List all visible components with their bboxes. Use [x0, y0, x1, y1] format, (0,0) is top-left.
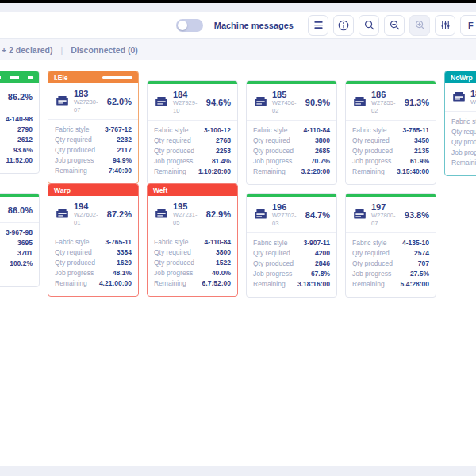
search-button[interactable]	[359, 15, 379, 36]
machine-efficiency: 93.8%	[405, 210, 429, 220]
stat-row: Remaining 3.2:20:00	[253, 167, 330, 177]
info-icon	[337, 19, 350, 32]
stat-row: Qty required 2768	[154, 136, 231, 146]
stat-label: Qty required	[154, 136, 191, 146]
machine-id: W27702-03	[272, 212, 301, 228]
stat-label: Job progress	[154, 156, 193, 167]
zoom-out-button[interactable]	[384, 15, 405, 36]
zoom-in-button[interactable]	[409, 15, 430, 36]
stat-value: 3-765-11	[105, 237, 132, 248]
card-status-label: Warp	[54, 186, 71, 194]
card-top: 183 W27230-07 62.0%	[48, 83, 138, 119]
stat-value: 3695	[17, 238, 33, 248]
stat-row: Remaining 6.7:52:00	[154, 278, 231, 289]
stat-row: Fabric style 3-765-11	[55, 237, 132, 248]
card-stats: Fabric style 3-765-11 Qty required 3384 …	[48, 232, 138, 296]
card-status-label: Weft	[153, 186, 167, 194]
rows-layout-icon	[313, 19, 324, 31]
machine-number: 186	[371, 90, 401, 99]
stat-value: 4-140-98	[6, 114, 33, 125]
machine-ident: 187 W27	[470, 89, 476, 106]
card-stats: Fabric style Qty required Qty produced J…	[445, 111, 476, 175]
stat-value: 4-135-10	[402, 238, 429, 248]
filters-button[interactable]	[435, 15, 455, 36]
tab-connected-partial[interactable]: + 2 declared)	[2, 45, 53, 55]
machine-efficiency: 86.0%	[8, 205, 33, 215]
card-top: 196 W27702-03 84.7%	[247, 197, 336, 232]
machine-card[interactable]: 196 W27702-03 84.7% Fabric style 3-907-1…	[246, 193, 337, 298]
machine-card[interactable]: Weft 195 W27231-05 82.9% Fabric style 4-…	[147, 183, 238, 297]
stat-label: Fabric style	[253, 238, 287, 248]
machine-card[interactable]: 184 W27929-10 94.6% Fabric style 3-100-1…	[147, 80, 238, 185]
machine-card[interactable]: 86.2% Fabric style 4-140-98 Qty required…	[0, 71, 40, 174]
machine-card[interactable]: 86.0% Fabric style 3-967-98 Qty required…	[0, 193, 40, 287]
stat-row: Remaining 1.10:20:00	[154, 167, 231, 177]
tab-disconnected[interactable]: Disconnected (0)	[71, 45, 138, 55]
stat-row: Fabric style 3-100-12	[154, 125, 231, 136]
stat-row: Fabric style 3-767-12	[55, 125, 132, 135]
stat-label: Fabric style	[352, 238, 386, 248]
stat-row: Job progress 61.9%	[352, 156, 429, 167]
card-status-header: NoWrp	[445, 71, 476, 83]
machine-efficiency: 87.2%	[107, 209, 132, 219]
stat-row: Remaining 3.18:16:00	[253, 279, 330, 290]
machine-messages-toggle[interactable]	[176, 19, 203, 32]
stat-row: Remaining 7:40:00	[55, 166, 132, 176]
app-header: Machine messages F	[0, 12, 476, 39]
stat-row: Qty required 2574	[352, 248, 429, 259]
stat-label: Job progress	[352, 269, 391, 279]
stat-row: Qty produced 3701	[0, 248, 33, 259]
card-top: 185 W27456-02 90.9%	[247, 84, 336, 120]
machine-number: 194	[74, 202, 103, 211]
card-stats: Fabric style 3-967-98 Qty required 3695 …	[0, 222, 39, 286]
machine-card[interactable]: 185 W27456-02 90.9% Fabric style 4-110-8…	[246, 80, 337, 185]
stat-label: Job progress	[154, 268, 193, 278]
f-button[interactable]: F	[460, 15, 476, 36]
status-activity-line	[102, 76, 132, 79]
stat-value: 3.18:16:00	[298, 279, 330, 290]
loom-machine-icon	[154, 207, 169, 222]
stat-row: Job progress 48.1%	[55, 268, 132, 278]
stat-value: 100.2%	[10, 259, 33, 269]
stat-row: Qty required 2232	[55, 135, 132, 145]
card-stats: Fabric style 4-135-10 Qty required 2574 …	[346, 232, 436, 297]
stat-value: 4-110-84	[303, 125, 330, 136]
stat-row: Fabric style 4-110-84	[154, 237, 231, 248]
stat-value: 2117	[117, 145, 132, 155]
machine-card[interactable]: 186 W27855-02 91.3% Fabric style 3-765-1…	[345, 80, 436, 185]
stat-row: Job progress 81.4%	[154, 156, 231, 167]
stat-value: 2574	[414, 248, 429, 259]
stat-row: Fabric style 3-907-11	[253, 238, 330, 248]
stat-label: Qty required	[352, 136, 390, 146]
tab-divider: |	[61, 45, 63, 55]
machine-card[interactable]: NoWrp 187 W27 Fabric style Qty required …	[444, 71, 476, 176]
machine-number: 185	[272, 90, 301, 99]
stat-value: 2685	[315, 146, 330, 156]
card-stats: Fabric style 4-110-84 Qty required 3800 …	[148, 232, 237, 296]
card-top: 186 W27855-02 91.3%	[346, 84, 436, 120]
stat-row: Job progress 100.2%	[0, 259, 33, 269]
machine-card[interactable]: Warp 194 W27602-01 87.2% Fabric style 3-…	[48, 183, 139, 297]
stat-row: Job progress 93.6%	[0, 145, 33, 155]
loom-machine-icon	[55, 207, 70, 222]
top-grey-band	[0, 3, 476, 12]
card-top: 195 W27231-05 82.9%	[148, 196, 237, 232]
rows-layout-button[interactable]	[308, 15, 328, 36]
stat-label: Qty produced	[352, 146, 393, 156]
stat-value: 4200	[315, 248, 330, 259]
info-button[interactable]	[333, 15, 354, 36]
card-status-label: NoWrp	[451, 74, 473, 82]
header-controls: Machine messages F	[176, 12, 476, 38]
stat-label: Remaining	[352, 279, 385, 290]
card-stats: Fabric style 3-907-11 Qty required 4200 …	[247, 232, 336, 297]
loom-machine-icon	[154, 95, 169, 110]
stat-row: Job progress 70.7%	[253, 156, 330, 167]
stat-label: Qty required	[352, 248, 390, 259]
machine-card[interactable]: I.Ele 183 W27230-07 62.0% Fabric style 3…	[48, 71, 139, 184]
stat-label: Fabric style	[55, 125, 89, 135]
stat-row: Remaining	[0, 269, 33, 279]
stat-row: Job progress 40.0%	[154, 268, 231, 278]
machine-card[interactable]: 197 W27800-07 93.8% Fabric style 4-135-1…	[345, 193, 436, 298]
machine-ident: 183 W27230-07	[74, 89, 103, 114]
machine-efficiency: 86.2%	[8, 92, 33, 102]
